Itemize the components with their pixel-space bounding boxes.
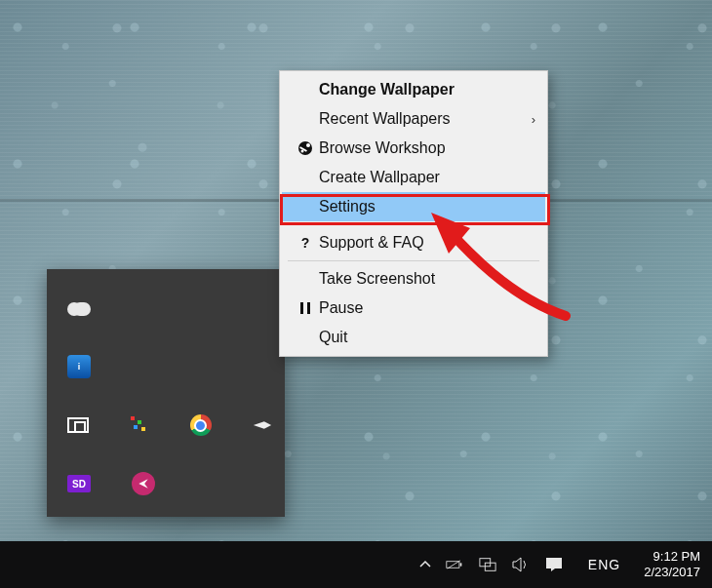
menu-item-quit[interactable]: Quit [282,323,545,352]
tray-overflow-panel: i SD [47,269,285,517]
volume-icon[interactable] [512,556,530,573]
svg-rect-5 [307,302,310,314]
steam-icon [292,140,319,156]
action-center-icon[interactable] [545,556,563,573]
svg-rect-8 [460,563,462,566]
menu-item-create-wallpaper[interactable]: Create Wallpaper [282,163,545,192]
media-app-icon[interactable] [129,469,158,498]
tray-chevron-up-icon[interactable] [416,556,434,573]
menu-item-browse-workshop[interactable]: Browse Workshop [282,134,545,163]
menu-item-label: Take Screenshot [319,270,520,288]
chrome-icon[interactable] [187,411,214,440]
menu-heading-change-wallpaper[interactable]: Change Wallpaper [282,75,545,104]
submenu-arrow-icon: › [520,112,535,127]
tray-context-menu: Change Wallpaper Recent Wallpapers › Bro… [279,70,548,357]
menu-item-pause[interactable]: Pause [282,294,545,323]
onedrive-icon[interactable] [64,294,94,323]
network-icon[interactable] [479,556,496,573]
pixel-app-icon[interactable] [126,411,152,440]
menu-item-label: Create Wallpaper [319,169,520,186]
menu-item-label: Pause [319,299,520,317]
taskbar-clock[interactable]: 9:12 PM 2/23/2017 [644,549,700,580]
svg-point-1 [306,143,310,147]
taskbar-tray-icons [446,556,563,573]
taskbar-time: 9:12 PM [644,549,700,565]
menu-item-settings[interactable]: Settings [282,192,545,221]
screen-connect-icon[interactable] [64,411,91,440]
menu-item-recent-wallpapers[interactable]: Recent Wallpapers › [282,104,545,134]
question-icon: ? [292,235,319,251]
jet-app-icon[interactable] [249,411,275,440]
menu-item-label: Settings [319,198,520,216]
menu-item-label: Recent Wallpapers [319,110,520,128]
menu-item-support-faq[interactable]: ? Support & FAQ [282,228,545,257]
taskbar: ENG 9:12 PM 2/23/2017 [0,541,712,588]
battery-icon[interactable] [446,556,463,573]
intel-graphics-icon[interactable]: i [64,352,94,381]
svg-rect-4 [300,302,303,314]
menu-item-take-screenshot[interactable]: Take Screenshot [282,264,545,294]
menu-heading-label: Change Wallpaper [319,81,520,98]
menu-separator [288,224,539,225]
sd-app-icon[interactable]: SD [64,469,94,498]
menu-item-label: Support & FAQ [319,234,520,252]
language-indicator[interactable]: ENG [588,557,620,572]
svg-rect-12 [546,558,562,568]
pause-icon [292,302,319,314]
menu-item-label: Browse Workshop [319,139,520,157]
taskbar-date: 2/23/2017 [644,565,700,580]
menu-separator [288,260,539,261]
menu-item-label: Quit [319,329,520,346]
